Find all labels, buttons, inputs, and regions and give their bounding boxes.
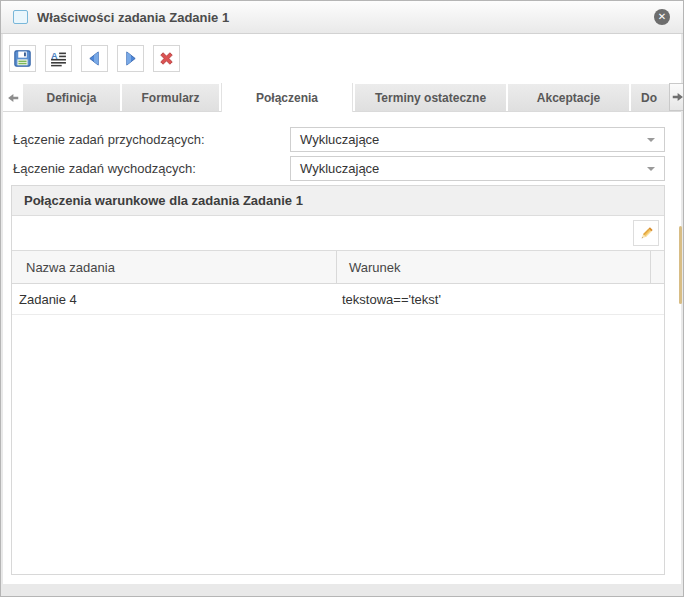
text-lines-icon: A	[50, 50, 67, 67]
column-header-label: Warunek	[349, 260, 401, 275]
table-row[interactable]: Zadanie 4 tekstowa=='tekst'	[12, 284, 664, 315]
chevron-down-icon	[647, 138, 655, 142]
tab-formularz[interactable]: Formularz	[122, 84, 219, 111]
incoming-join-select[interactable]: Wykluczające	[290, 127, 665, 152]
tab-polaczenia[interactable]: Połączenia	[221, 83, 353, 112]
arrow-right-icon	[122, 50, 139, 67]
tab-content-polaczenia: Łączenie zadań przychodzących: Wykluczaj…	[3, 112, 681, 584]
close-icon[interactable]: ✕	[654, 9, 670, 25]
incoming-join-value: Wykluczające	[300, 132, 647, 147]
column-header-nazwa-zadania[interactable]: Nazwa zadania	[12, 251, 337, 283]
previous-button[interactable]	[81, 45, 108, 72]
tab-terminy-ostateczne[interactable]: Terminy ostateczne	[355, 84, 506, 111]
tab-strip: Definicja Formularz Połączenia Terminy o…	[3, 82, 681, 112]
form-row-outgoing: Łączenie zadań wychodzących: Wykluczając…	[11, 156, 665, 181]
form-row-incoming: Łączenie zadań przychodzących: Wykluczaj…	[11, 127, 665, 152]
cell-condition: tekstowa=='tekst'	[337, 284, 651, 314]
tab-label: Terminy ostateczne	[375, 91, 486, 105]
grid-empty-area	[12, 315, 664, 574]
dialog-titlebar: Właściwości zadania Zadanie 1 ✕	[1, 1, 683, 34]
dialog-title: Właściwości zadania Zadanie 1	[37, 10, 654, 25]
delete-button[interactable]	[153, 45, 180, 72]
tab-scroll-left-icon[interactable]	[3, 84, 23, 111]
tab-label: Definicja	[46, 91, 96, 105]
scrollbar-thumb[interactable]	[679, 226, 682, 304]
tab-scroll-right-icon[interactable]	[669, 83, 684, 111]
outgoing-join-label: Łączenie zadań wychodzących:	[11, 161, 290, 176]
properties-button[interactable]: A	[45, 45, 72, 72]
outgoing-join-select[interactable]: Wykluczające	[290, 156, 665, 181]
cell-task-name: Zadanie 4	[12, 284, 337, 314]
column-header-spacer	[651, 251, 664, 283]
tab-label: Połączenia	[256, 91, 318, 105]
window-icon	[13, 10, 28, 24]
cell-spacer	[651, 284, 664, 314]
panel-header: Połączenia warunkowe dla zadania Zadanie…	[12, 186, 664, 216]
column-header-warunek[interactable]: Warunek	[337, 251, 651, 283]
tab-label: Do	[641, 91, 657, 105]
tab-label: Formularz	[141, 91, 199, 105]
conditional-connections-panel: Połączenia warunkowe dla zadania Zadanie…	[11, 185, 665, 575]
dialog-body: A	[3, 34, 681, 584]
chevron-down-icon	[647, 167, 655, 171]
task-name-value: Zadanie 4	[19, 292, 77, 307]
tab-definicja[interactable]: Definicja	[23, 84, 120, 111]
task-properties-dialog: Właściwości zadania Zadanie 1 ✕ A	[0, 0, 684, 597]
panel-toolbar	[12, 216, 664, 250]
floppy-disk-icon	[14, 50, 31, 67]
save-button[interactable]	[9, 45, 36, 72]
tab-clipped[interactable]: Do	[631, 84, 669, 111]
column-header-label: Nazwa zadania	[26, 260, 115, 275]
tab-akceptacje[interactable]: Akceptacje	[508, 84, 629, 111]
next-button[interactable]	[117, 45, 144, 72]
panel-title: Połączenia warunkowe dla zadania Zadanie…	[24, 193, 303, 208]
tab-label: Akceptacje	[537, 91, 600, 105]
red-x-icon	[158, 50, 175, 67]
incoming-join-label: Łączenie zadań przychodzących:	[11, 132, 290, 147]
arrow-left-icon	[86, 50, 103, 67]
grid-header-row: Nazwa zadania Warunek	[12, 250, 664, 284]
pencil-icon	[638, 225, 655, 242]
edit-condition-button[interactable]	[633, 220, 659, 246]
outgoing-join-value: Wykluczające	[300, 161, 647, 176]
dialog-toolbar: A	[3, 34, 681, 82]
condition-value: tekstowa=='tekst'	[342, 292, 441, 307]
